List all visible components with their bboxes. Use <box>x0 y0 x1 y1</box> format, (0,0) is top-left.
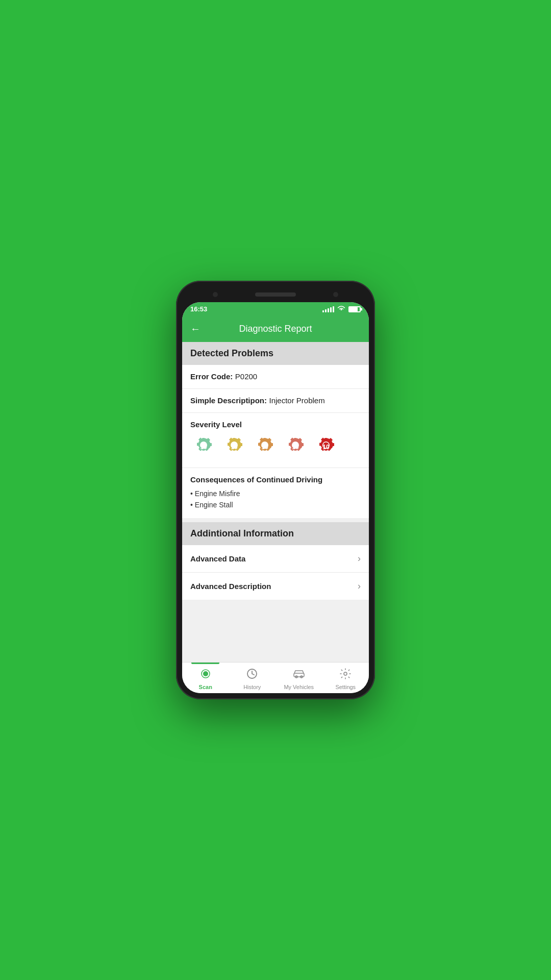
camera-right <box>333 292 338 297</box>
simple-desc-label: Simple Descriptipon: <box>190 396 267 405</box>
svg-text:10: 10 <box>200 444 207 451</box>
consequence-2: • Engine Stall <box>190 499 361 510</box>
history-label: History <box>243 684 261 690</box>
battery-icon <box>348 306 361 312</box>
severity-gear-4: 10 <box>282 434 309 460</box>
nav-item-my-vehicles[interactable]: My Vehicles <box>276 666 322 692</box>
scan-label: Scan <box>199 684 212 690</box>
advanced-data-chevron: › <box>358 553 361 564</box>
app-header: ← Diagnostic Report <box>182 316 369 342</box>
svg-text:10: 10 <box>261 444 268 451</box>
severity-gear-2: 10 <box>221 434 247 460</box>
status-time: 16:53 <box>190 305 207 313</box>
back-button[interactable]: ← <box>190 321 205 337</box>
bottom-nav: Scan History <box>182 662 369 693</box>
svg-text:10: 10 <box>322 444 330 451</box>
my-vehicles-label: My Vehicles <box>284 684 314 690</box>
error-code-row: Error Code: P0200 <box>182 365 369 389</box>
signal-icon <box>322 306 334 312</box>
severity-gear-1: 10 <box>190 434 217 460</box>
advanced-description-label: Advanced Description <box>190 582 271 591</box>
svg-point-13 <box>344 672 347 675</box>
consequences-title: Consequences of Continued Driving <box>190 475 361 484</box>
status-bar: 16:53 <box>182 302 369 316</box>
history-icon <box>246 668 258 683</box>
phone-frame: 16:53 <box>176 281 375 699</box>
additional-info-header: Addintional Information <box>182 522 369 545</box>
severity-gears: 10 10 <box>190 434 361 460</box>
advanced-description-chevron: › <box>358 581 361 592</box>
settings-label: Settings <box>335 684 356 690</box>
simple-desc-value: Injector Problem <box>269 396 324 405</box>
my-vehicles-icon <box>293 668 305 683</box>
settings-icon <box>339 668 352 683</box>
error-code-label: Error Code: <box>190 372 233 381</box>
content-area: Detected Problems Error Code: P0200 Simp… <box>182 342 369 662</box>
consequence-1: • Engine Misfire <box>190 488 361 499</box>
svg-point-8 <box>205 673 207 675</box>
simple-desc-row: Simple Descriptipon: Injector Problem <box>182 389 369 413</box>
detected-problems-title: Detected Problems <box>190 348 273 358</box>
severity-gear-5: 10 <box>313 434 339 460</box>
phone-speaker <box>255 292 296 297</box>
detected-problems-header: Detected Problems <box>182 342 369 365</box>
detected-problems-card: Error Code: P0200 Simple Descriptipon: I… <box>182 365 369 518</box>
consequences-row: Consequences of Continued Driving • Engi… <box>182 468 369 518</box>
advanced-data-row[interactable]: Advanced Data › <box>182 545 369 573</box>
phone-notch <box>182 287 369 302</box>
advanced-data-label: Advanced Data <box>190 554 245 563</box>
svg-text:10: 10 <box>292 444 299 451</box>
additional-info-card: Advanced Data › Advanced Description › <box>182 545 369 600</box>
severity-label: Severity Level <box>190 420 361 429</box>
error-code-value: P0200 <box>235 372 257 381</box>
phone-screen: 16:53 <box>182 302 369 693</box>
camera-left <box>213 292 218 297</box>
page-title: Diagnostic Report <box>205 324 346 334</box>
severity-row: Severity Level 10 <box>182 413 369 468</box>
nav-item-history[interactable]: History <box>229 666 276 692</box>
svg-text:10: 10 <box>231 444 238 451</box>
severity-gear-3: 10 <box>252 434 278 460</box>
section-gap <box>182 518 369 522</box>
advanced-description-row[interactable]: Advanced Description › <box>182 573 369 600</box>
nav-item-settings[interactable]: Settings <box>322 666 369 692</box>
wifi-icon <box>337 305 345 313</box>
status-icons <box>322 305 361 313</box>
scan-icon <box>199 668 212 683</box>
nav-item-scan[interactable]: Scan <box>182 666 229 692</box>
additional-info-title: Addintional Information <box>190 528 294 538</box>
